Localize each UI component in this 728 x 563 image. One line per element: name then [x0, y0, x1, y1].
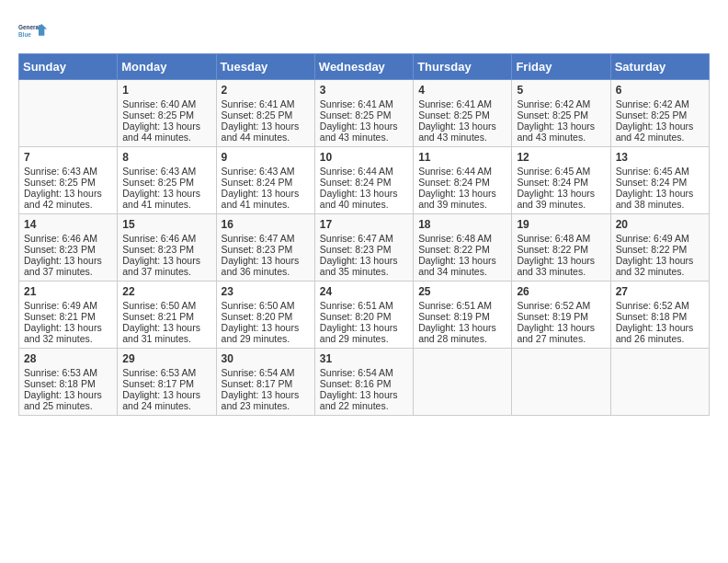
cell-info-line: Daylight: 13 hours	[122, 188, 210, 199]
day-number: 4	[418, 84, 506, 97]
cell-info-line: and 38 minutes.	[616, 199, 704, 210]
day-number: 21	[24, 285, 112, 298]
cell-info-line: Sunset: 8:24 PM	[222, 177, 310, 188]
cell-info-line: Sunrise: 6:41 AM	[418, 98, 506, 109]
cell-info-line: Sunset: 8:25 PM	[517, 109, 605, 121]
cell-info-line: Sunrise: 6:50 AM	[222, 300, 310, 311]
day-header-saturday: Saturday	[610, 54, 709, 80]
cell-info-line: Sunset: 8:21 PM	[24, 311, 112, 322]
cell-info-line: Sunrise: 6:48 AM	[418, 233, 506, 244]
cell-info-line: and 27 minutes.	[517, 333, 605, 344]
calendar-cell: 28Sunrise: 6:53 AMSunset: 8:18 PMDayligh…	[19, 349, 118, 416]
calendar-cell: 22Sunrise: 6:50 AMSunset: 8:21 PMDayligh…	[118, 282, 216, 349]
cell-info-line: Sunrise: 6:41 AM	[222, 98, 310, 109]
calendar-cell: 29Sunrise: 6:53 AMSunset: 8:17 PMDayligh…	[118, 349, 216, 416]
day-number: 18	[418, 218, 506, 231]
calendar-week-row: 21Sunrise: 6:49 AMSunset: 8:21 PMDayligh…	[19, 282, 710, 349]
calendar-cell: 25Sunrise: 6:51 AMSunset: 8:19 PMDayligh…	[414, 282, 512, 349]
day-number: 29	[122, 352, 210, 365]
cell-info-line: Daylight: 13 hours	[320, 121, 408, 132]
day-number: 6	[616, 84, 704, 97]
cell-info-line: Sunset: 8:18 PM	[24, 378, 112, 389]
cell-info-line: Daylight: 13 hours	[320, 389, 408, 400]
cell-info-line: and 39 minutes.	[418, 199, 506, 210]
cell-info-line: Sunrise: 6:52 AM	[517, 300, 605, 311]
cell-info-line: Daylight: 13 hours	[222, 188, 310, 199]
cell-info-line: Sunset: 8:22 PM	[418, 244, 506, 255]
calendar-cell: 12Sunrise: 6:45 AMSunset: 8:24 PMDayligh…	[512, 147, 610, 214]
calendar-cell: 27Sunrise: 6:52 AMSunset: 8:18 PMDayligh…	[610, 282, 709, 349]
cell-info-line: and 29 minutes.	[320, 333, 408, 344]
cell-info-line: and 37 minutes.	[122, 266, 210, 277]
calendar-cell: 11Sunrise: 6:44 AMSunset: 8:24 PMDayligh…	[414, 147, 512, 214]
calendar-cell: 14Sunrise: 6:46 AMSunset: 8:23 PMDayligh…	[19, 214, 118, 282]
cell-info-line: Sunset: 8:24 PM	[418, 177, 506, 188]
day-number: 2	[222, 84, 310, 97]
day-header-thursday: Thursday	[414, 54, 512, 80]
cell-info-line: Daylight: 13 hours	[418, 322, 506, 333]
cell-info-line: Sunrise: 6:43 AM	[24, 166, 112, 177]
cell-info-line: Daylight: 13 hours	[517, 322, 605, 333]
cell-info-line: Sunset: 8:24 PM	[517, 177, 605, 188]
cell-info-line: and 32 minutes.	[616, 266, 704, 277]
cell-info-line: and 37 minutes.	[24, 266, 112, 277]
cell-info-line: Daylight: 13 hours	[616, 255, 704, 266]
cell-info-line: Sunrise: 6:52 AM	[616, 300, 704, 311]
cell-info-line: and 25 minutes.	[24, 400, 112, 411]
cell-info-line: Sunrise: 6:42 AM	[616, 98, 704, 109]
cell-info-line: Daylight: 13 hours	[320, 322, 408, 333]
cell-info-line: and 32 minutes.	[24, 333, 112, 344]
cell-info-line: Sunrise: 6:42 AM	[517, 98, 605, 109]
day-number: 24	[320, 285, 408, 298]
cell-info-line: Daylight: 13 hours	[517, 255, 605, 266]
cell-info-line: Sunset: 8:25 PM	[418, 109, 506, 121]
cell-info-line: Sunset: 8:20 PM	[222, 311, 310, 322]
cell-info-line: Daylight: 13 hours	[320, 255, 408, 266]
cell-info-line: Sunset: 8:19 PM	[517, 311, 605, 322]
cell-info-line: Sunrise: 6:44 AM	[418, 166, 506, 177]
cell-info-line: Sunrise: 6:45 AM	[616, 166, 704, 177]
cell-info-line: Sunrise: 6:45 AM	[517, 166, 605, 177]
cell-info-line: Sunset: 8:23 PM	[24, 244, 112, 255]
cell-info-line: Sunset: 8:25 PM	[24, 177, 112, 188]
day-number: 1	[122, 84, 210, 97]
cell-info-line: Sunrise: 6:49 AM	[24, 300, 112, 311]
calendar-cell: 31Sunrise: 6:54 AMSunset: 8:16 PMDayligh…	[314, 349, 413, 416]
calendar-cell: 17Sunrise: 6:47 AMSunset: 8:23 PMDayligh…	[314, 214, 413, 282]
cell-info-line: Sunset: 8:17 PM	[222, 378, 310, 389]
day-number: 22	[122, 285, 210, 298]
cell-info-line: Sunrise: 6:53 AM	[122, 367, 210, 378]
cell-info-line: Sunrise: 6:40 AM	[122, 98, 210, 109]
calendar-cell: 4Sunrise: 6:41 AMSunset: 8:25 PMDaylight…	[414, 80, 512, 147]
cell-info-line: Sunrise: 6:51 AM	[418, 300, 506, 311]
day-number: 11	[418, 151, 506, 164]
cell-info-line: Sunset: 8:25 PM	[616, 109, 704, 121]
cell-info-line: Daylight: 13 hours	[122, 389, 210, 400]
cell-info-line: Sunrise: 6:54 AM	[320, 367, 408, 378]
day-number: 13	[616, 151, 704, 164]
calendar-table: SundayMondayTuesdayWednesdayThursdayFrid…	[18, 53, 710, 416]
cell-info-line: Daylight: 13 hours	[222, 389, 310, 400]
day-header-wednesday: Wednesday	[314, 54, 413, 80]
cell-info-line: Sunset: 8:18 PM	[616, 311, 704, 322]
cell-info-line: Sunset: 8:23 PM	[320, 244, 408, 255]
calendar-cell: 3Sunrise: 6:41 AMSunset: 8:25 PMDaylight…	[314, 80, 413, 147]
day-number: 3	[320, 84, 408, 97]
cell-info-line: and 41 minutes.	[122, 199, 210, 210]
cell-info-line: Daylight: 13 hours	[222, 322, 310, 333]
cell-info-line: Sunrise: 6:53 AM	[24, 367, 112, 378]
svg-text:General: General	[18, 24, 40, 30]
day-header-monday: Monday	[118, 54, 216, 80]
cell-info-line: Sunset: 8:23 PM	[122, 244, 210, 255]
cell-info-line: and 43 minutes.	[517, 132, 605, 143]
cell-info-line: Sunrise: 6:50 AM	[122, 300, 210, 311]
cell-info-line: and 40 minutes.	[320, 199, 408, 210]
calendar-cell: 20Sunrise: 6:49 AMSunset: 8:22 PMDayligh…	[610, 214, 709, 282]
day-number: 26	[517, 285, 605, 298]
cell-info-line: and 33 minutes.	[517, 266, 605, 277]
calendar-header-row: SundayMondayTuesdayWednesdayThursdayFrid…	[19, 54, 710, 80]
cell-info-line: and 42 minutes.	[24, 199, 112, 210]
calendar-cell: 9Sunrise: 6:43 AMSunset: 8:24 PMDaylight…	[216, 147, 314, 214]
cell-info-line: Daylight: 13 hours	[24, 188, 112, 199]
cell-info-line: Daylight: 13 hours	[222, 121, 310, 132]
